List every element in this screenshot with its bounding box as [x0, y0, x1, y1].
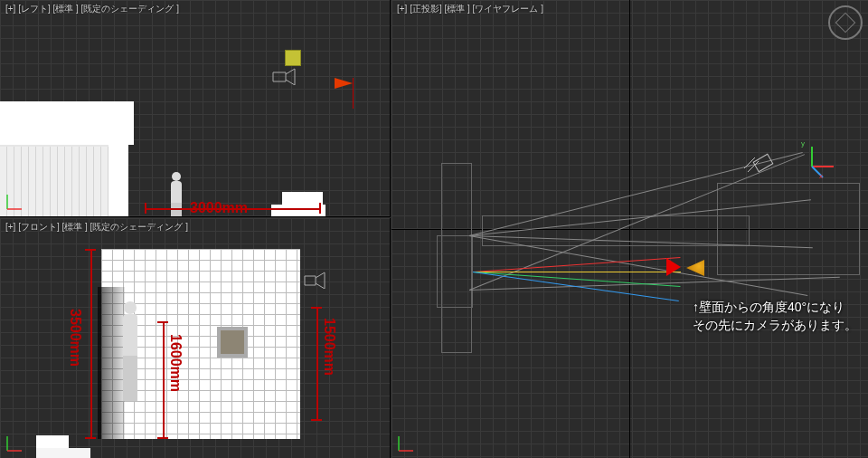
steps-front [36, 435, 127, 458]
scene-left [0, 76, 316, 194]
color-line [473, 272, 681, 287]
color-line [473, 272, 679, 301]
dim-label-3500: 3500mm [67, 309, 83, 367]
annotation-line2: その先にカメラがあります。 [693, 318, 857, 332]
viewcube[interactable] [828, 5, 863, 40]
color-line [473, 257, 681, 272]
plan-box-2 [441, 163, 472, 353]
selection-gizmo[interactable] [285, 50, 301, 66]
dim-bar-3500 [90, 249, 92, 439]
axis-gizmo-left-top [4, 191, 25, 213]
plan-box-far [717, 183, 860, 275]
column [108, 112, 128, 217]
annotation-note: ↑壁面からの角度40°になり その先にカメラがあります。 [693, 299, 857, 334]
flag-marker [335, 78, 354, 109]
dim-bar-1600 [163, 321, 165, 439]
dim-label-3000: 3000mm [190, 200, 248, 216]
annotation-line1: ↑壁面からの角度40°になり [693, 300, 844, 314]
camera-icon-front[interactable] [303, 271, 328, 289]
camera-object[interactable] [742, 148, 778, 176]
step-2 [282, 192, 323, 205]
axis-y-label: y [801, 139, 805, 148]
viewport-top[interactable]: [+] [正投影] [標準 ] [ワイヤフレーム ] x y [392, 0, 868, 458]
axis-tripod[interactable]: x y [803, 143, 835, 176]
axis-gizmo-right [395, 433, 417, 454]
window [217, 327, 248, 358]
axis-x-label: x [819, 172, 823, 180]
viewport-label-top[interactable]: [+] [正投影] [標準 ] [ワイヤフレーム ] [397, 3, 543, 15]
color-line [473, 272, 681, 272]
target-marker [666, 258, 681, 276]
viewport-label-front[interactable]: [+] [フロント] [標準 ] [既定のシェーディング ] [5, 221, 188, 234]
step-1 [271, 205, 326, 217]
human-figure [168, 172, 184, 217]
viewport-left[interactable]: [+] [レフト] [標準 ] [既定のシェーディング ] 3000mm [0, 0, 391, 217]
dim-label-1500: 1500mm [321, 318, 337, 376]
human-figure-front [120, 301, 140, 401]
viewport-front[interactable]: [+] [フロント] [標準 ] [既定のシェーディング ] 3500mm 16… [0, 218, 391, 458]
axis-gizmo-left-bot [4, 433, 25, 454]
viewport-label-left[interactable]: [+] [レフト] [標準 ] [既定のシェーディング ] [5, 3, 179, 15]
dim-label-1600: 1600mm [167, 334, 184, 392]
dim-bar-1500 [316, 307, 318, 421]
